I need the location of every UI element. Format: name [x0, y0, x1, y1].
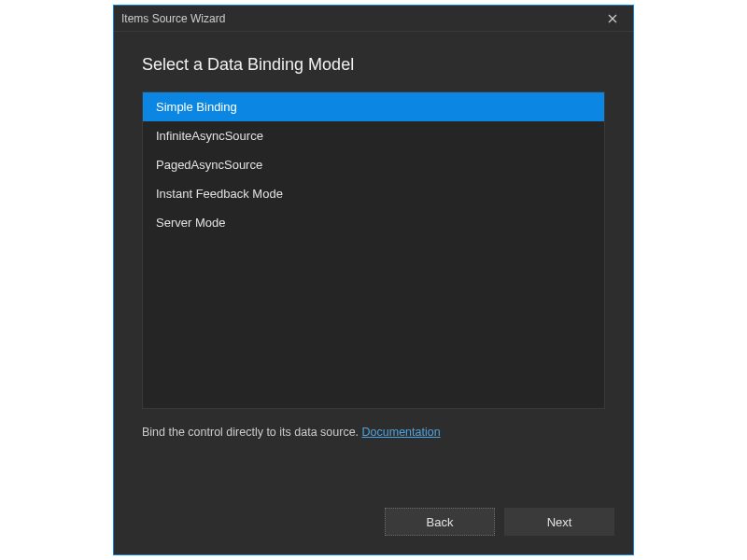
- wizard-dialog: Items Source Wizard Select a Data Bindin…: [113, 5, 634, 555]
- page-heading: Select a Data Binding Model: [142, 55, 605, 75]
- option-instant-feedback-mode[interactable]: Instant Feedback Mode: [143, 179, 604, 208]
- close-button[interactable]: [599, 9, 626, 28]
- wizard-footer: Back Next: [114, 491, 633, 554]
- option-label: InfiniteAsyncSource: [156, 129, 263, 143]
- option-paged-async-source[interactable]: PagedAsyncSource: [143, 150, 604, 179]
- button-label: Back: [427, 515, 454, 529]
- option-label: Instant Feedback Mode: [156, 187, 283, 201]
- option-label: PagedAsyncSource: [156, 158, 262, 172]
- option-simple-binding[interactable]: Simple Binding: [143, 92, 604, 121]
- description: Bind the control directly to its data so…: [142, 426, 605, 439]
- binding-model-list: Simple Binding InfiniteAsyncSource Paged…: [142, 91, 605, 409]
- window-title: Items Source Wizard: [121, 12, 599, 25]
- option-label: Server Mode: [156, 216, 225, 230]
- wizard-content: Select a Data Binding Model Simple Bindi…: [114, 32, 633, 491]
- button-label: Next: [547, 515, 572, 529]
- documentation-link[interactable]: Documentation: [362, 426, 441, 439]
- next-button[interactable]: Next: [504, 508, 614, 536]
- description-text: Bind the control directly to its data so…: [142, 426, 362, 439]
- option-infinite-async-source[interactable]: InfiniteAsyncSource: [143, 121, 604, 150]
- close-icon: [608, 14, 617, 23]
- titlebar: Items Source Wizard: [114, 6, 633, 32]
- option-label: Simple Binding: [156, 100, 237, 114]
- back-button[interactable]: Back: [385, 508, 495, 536]
- option-server-mode[interactable]: Server Mode: [143, 208, 604, 237]
